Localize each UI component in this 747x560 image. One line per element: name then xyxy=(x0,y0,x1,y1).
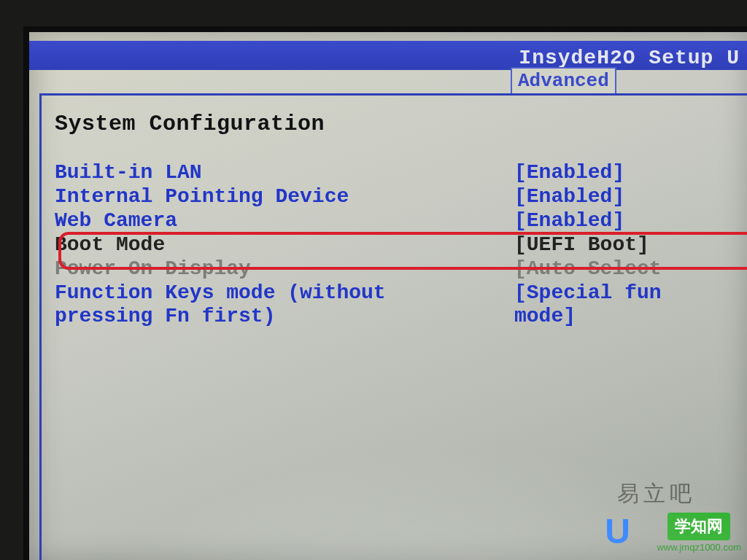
item-built-in-lan[interactable]: Built-in LAN [Enabled] xyxy=(55,161,747,184)
item-value: [Enabled] xyxy=(514,185,624,209)
item-value: [Auto-Select xyxy=(514,257,662,281)
item-power-on-display: Power On Display [Auto-Select xyxy=(55,257,747,281)
watermark-badge: 学知网 www.jmqz1000.com xyxy=(657,513,741,553)
watermark-url: www.jmqz1000.com xyxy=(657,542,741,553)
watermark-faint: 易立吧 xyxy=(617,479,696,509)
item-boot-mode[interactable]: Boot Mode [UEFI Boot] xyxy=(55,233,747,257)
item-value: [UEFI Boot] xyxy=(514,233,649,257)
header-bar: InsydeH2O Setup U xyxy=(29,41,747,70)
item-function-keys-mode[interactable]: Function Keys mode (without pressing Fn … xyxy=(55,281,747,328)
item-label: Web Camera xyxy=(55,209,514,233)
section-title: System Configuration xyxy=(55,112,747,136)
item-label: Internal Pointing Device xyxy=(55,185,514,209)
item-value: [Enabled] xyxy=(514,161,624,184)
item-label: Built-in LAN xyxy=(55,161,514,184)
item-internal-pointing-device[interactable]: Internal Pointing Device [Enabled] xyxy=(55,185,747,209)
tab-advanced[interactable]: Advanced xyxy=(511,67,616,95)
item-label: Power On Display xyxy=(55,257,514,281)
watermark-badge-text: 学知网 xyxy=(667,513,730,540)
item-label: Function Keys mode (without pressing Fn … xyxy=(55,281,463,328)
item-web-camera[interactable]: Web Camera [Enabled] xyxy=(55,209,747,233)
watermark-logo: U xyxy=(605,511,630,551)
bios-screen: InsydeH2O Setup U Advanced System Config… xyxy=(23,26,747,560)
item-label: Boot Mode xyxy=(55,233,514,257)
item-value: [Special fun mode] xyxy=(463,281,733,328)
bios-title: InsydeH2O Setup U xyxy=(519,47,740,69)
item-value: [Enabled] xyxy=(514,209,624,233)
